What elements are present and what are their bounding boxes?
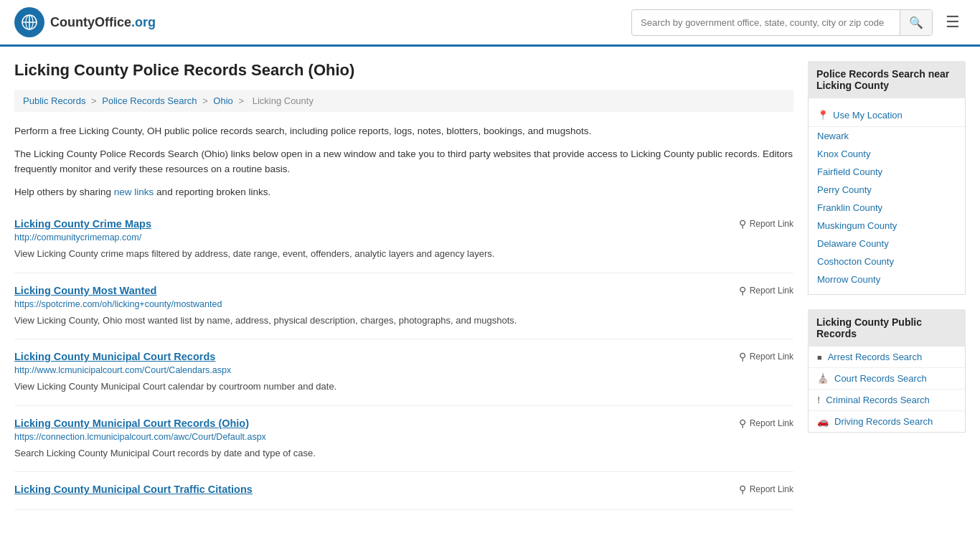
- sidebar-item-fairfield: Fairfield County: [809, 163, 965, 181]
- sidebar-item-coshocton: Coshocton County: [809, 253, 965, 270]
- nearby-section: Police Records Search near Licking Count…: [808, 61, 966, 295]
- nearby-list: 📍 Use My Location Newark Knox County Fai…: [808, 98, 966, 295]
- breadcrumb-sep1: >: [91, 95, 99, 106]
- public-records-header: Licking County Public Records: [808, 309, 966, 347]
- use-location: 📍 Use My Location: [809, 104, 965, 127]
- search-button[interactable]: 🔍: [900, 10, 932, 35]
- page-title: Licking County Police Records Search (Oh…: [14, 61, 793, 80]
- report-link[interactable]: ⚲ Report Link: [739, 351, 793, 362]
- use-location-link[interactable]: 📍 Use My Location: [817, 110, 956, 121]
- public-records-list: ■ Arrest Records Search ⛪ Court Records …: [808, 347, 966, 433]
- result-item: Licking County Crime Maps ⚲ Report Link …: [14, 207, 793, 273]
- breadcrumb-sep2: >: [202, 95, 210, 106]
- result-item: Licking County Most Wanted ⚲ Report Link…: [14, 273, 793, 340]
- criminal-icon: !: [817, 395, 820, 405]
- nearby-header: Police Records Search near Licking Count…: [808, 61, 966, 98]
- result-url[interactable]: http://www.lcmunicipalcourt.com/Court/Ca…: [14, 365, 793, 375]
- result-url[interactable]: https://spotcrime.com/oh/licking+county/…: [14, 299, 793, 309]
- driving-icon: 🚗: [817, 416, 829, 427]
- report-link[interactable]: ⚲ Report Link: [739, 285, 793, 296]
- search-box: 🔍: [631, 9, 933, 36]
- sidebar-item-franklin: Franklin County: [809, 199, 965, 217]
- sidebar-item-morrow: Morrow County: [809, 270, 965, 288]
- report-icon: ⚲: [739, 484, 746, 495]
- sidebar: Police Records Search near Licking Count…: [808, 61, 966, 510]
- report-icon: ⚲: [739, 218, 746, 230]
- report-icon: ⚲: [739, 418, 746, 429]
- sidebar-item-knox: Knox County: [809, 145, 965, 163]
- result-desc: View Licking County Municipal Court cale…: [14, 380, 793, 394]
- result-title[interactable]: Licking County Municipal Court Records (…: [14, 418, 249, 429]
- new-links-link[interactable]: new links: [114, 187, 154, 197]
- report-icon: ⚲: [739, 351, 746, 362]
- description-1: Perform a free Licking County, OH public…: [14, 123, 793, 139]
- breadcrumb-sep3: >: [238, 95, 246, 106]
- hamburger-icon[interactable]: ☰: [940, 10, 966, 34]
- arrest-icon: ■: [817, 353, 822, 362]
- breadcrumb-public-records[interactable]: Public Records: [23, 95, 85, 106]
- sidebar-item-muskingum: Muskingum County: [809, 217, 965, 235]
- logo-area: CountyOffice.org: [14, 7, 156, 37]
- result-desc: Search Licking County Municipal Court re…: [14, 446, 793, 461]
- result-desc: View Licking County crime maps filtered …: [14, 247, 793, 261]
- result-title[interactable]: Licking County Crime Maps: [14, 218, 151, 230]
- content-area: Licking County Police Records Search (Oh…: [14, 61, 793, 510]
- logo-text: CountyOffice.org: [50, 15, 156, 30]
- public-records-section: Licking County Public Records ■ Arrest R…: [808, 309, 966, 433]
- result-item: Licking County Municipal Court Records (…: [14, 406, 793, 473]
- result-title[interactable]: Licking County Municipal Court Traffic C…: [14, 484, 253, 495]
- main-container: Licking County Police Records Search (Oh…: [0, 47, 980, 524]
- result-item: Licking County Municipal Court Records ⚲…: [14, 339, 793, 406]
- result-title[interactable]: Licking County Municipal Court Records: [14, 351, 215, 362]
- site-header: CountyOffice.org 🔍 ☰: [0, 0, 980, 47]
- description-2: The Licking County Police Records Search…: [14, 146, 793, 177]
- result-desc: View Licking County, Ohio most wanted li…: [14, 314, 793, 328]
- sidebar-court-records: ⛪ Court Records Search: [809, 368, 965, 390]
- search-input[interactable]: [632, 11, 900, 34]
- result-url[interactable]: http://communitycrimemap.com/: [14, 232, 793, 242]
- description-3: Help others by sharing new links and rep…: [14, 184, 793, 200]
- header-right: 🔍 ☰: [631, 9, 966, 36]
- sidebar-item-perry: Perry County: [809, 181, 965, 199]
- report-link[interactable]: ⚲ Report Link: [739, 418, 793, 429]
- sidebar-driving-records: 🚗 Driving Records Search: [809, 411, 965, 432]
- results-list: Licking County Crime Maps ⚲ Report Link …: [14, 207, 793, 510]
- breadcrumb-police-records[interactable]: Police Records Search: [102, 95, 197, 106]
- sidebar-arrest-records: ■ Arrest Records Search: [809, 347, 965, 368]
- report-icon: ⚲: [739, 285, 746, 296]
- result-url[interactable]: https://connection.lcmunicipalcourt.com/…: [14, 432, 793, 442]
- location-pin-icon: 📍: [817, 110, 829, 121]
- report-link[interactable]: ⚲ Report Link: [739, 484, 793, 495]
- result-item: Licking County Municipal Court Traffic C…: [14, 472, 793, 510]
- breadcrumb: Public Records > Police Records Search >…: [14, 90, 793, 112]
- logo-icon: [14, 7, 44, 37]
- sidebar-item-delaware: Delaware County: [809, 235, 965, 253]
- result-title[interactable]: Licking County Most Wanted: [14, 285, 156, 296]
- sidebar-criminal-records: ! Criminal Records Search: [809, 390, 965, 411]
- breadcrumb-ohio[interactable]: Ohio: [213, 95, 232, 106]
- report-link[interactable]: ⚲ Report Link: [739, 218, 793, 230]
- sidebar-item-newark: Newark: [809, 127, 965, 145]
- breadcrumb-licking: Licking County: [253, 95, 314, 106]
- court-icon: ⛪: [817, 373, 829, 384]
